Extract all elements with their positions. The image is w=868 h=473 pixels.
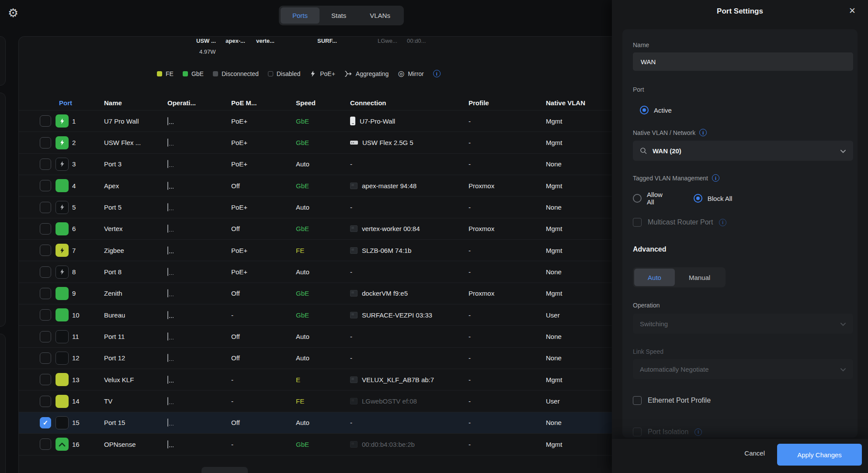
row-select-checkbox[interactable]: ✓ (40, 417, 51, 428)
table-row[interactable]: 1U7 Pro WallPoE+GbEU7-Pro-Wall-Mgmt (19, 110, 621, 132)
operation-switching-icon (167, 440, 168, 449)
table-row[interactable]: 13Velux KLF-EVELUX_KLF_AB7B ab:7-Mgmt (19, 369, 621, 390)
table-row[interactable]: 2USW Flex ...PoE+GbEUSW Flex 2.5G 5-Mgmt (19, 132, 621, 153)
table-row[interactable]: 7ZigbeePoE+FESLZB-06M 74:1b-Mgmt (19, 240, 621, 261)
ethernet-port-profile-checkbox[interactable]: Ethernet Port Profile (633, 396, 711, 405)
chevron-down-icon (840, 320, 846, 328)
port-speed: Auto (296, 204, 347, 211)
legend-swatch-icon (157, 71, 162, 76)
link-speed-select[interactable]: Automatically Negotiate (633, 359, 853, 379)
row-select-checkbox[interactable] (40, 288, 51, 299)
legend-disconnected: Disconnected (213, 70, 259, 77)
port-number: 14 (72, 397, 101, 405)
legend-aggregating: Aggregating (344, 70, 389, 77)
table-row[interactable]: 16OPNsense-GbE00:d0:b4:03:be:2b-Mgmt (19, 434, 621, 455)
column-header-operation[interactable]: Operati... (167, 99, 228, 107)
port-status-icon (56, 352, 69, 365)
legend-swatch-icon (213, 71, 218, 76)
info-icon[interactable]: i (694, 428, 702, 436)
table-row[interactable]: 12Port 12OffAuto--None (19, 348, 621, 369)
port-number: 4 (72, 182, 101, 190)
row-select-checkbox[interactable] (40, 202, 51, 213)
client-device-icon (350, 290, 358, 297)
info-icon[interactable]: i (719, 219, 726, 226)
row-select-checkbox[interactable] (40, 180, 51, 191)
table-row[interactable]: 8Port 8PoE+Auto--None (19, 261, 621, 283)
port-number: 12 (72, 354, 101, 362)
connection-client: apex-master 94:48 (362, 182, 417, 190)
native-vlan-select[interactable]: WAN (20) (633, 141, 853, 161)
port-name: Vertex (104, 225, 164, 232)
port-map-device-label: verte... (256, 38, 274, 44)
settings-gear-icon[interactable]: ⚙ (8, 6, 18, 20)
table-row[interactable]: ✓15Port 15OffAuto--None (19, 412, 621, 434)
table-row[interactable]: 4ApexOffGbEapex-master 94:48ProxmoxMgmt (19, 175, 621, 197)
poe-mode: PoE+ (231, 117, 292, 125)
access-point-icon (350, 117, 355, 125)
cancel-button[interactable]: Cancel (744, 449, 765, 457)
row-select-checkbox[interactable] (40, 331, 51, 342)
port-status-icon (56, 330, 69, 343)
port-name: Port 3 (104, 160, 164, 168)
port-number: 9 (72, 290, 101, 297)
column-header-poe-mode[interactable]: PoE M... (231, 99, 292, 107)
legend-gbe: GbE (183, 70, 204, 77)
table-row[interactable]: 6VertexOffGbEvertex-worker 00:84ProxmoxM… (19, 218, 621, 240)
row-select-checkbox[interactable] (40, 159, 51, 170)
tagged-vlan-radio-allow-all[interactable]: Allow All (633, 191, 670, 206)
port-settings-panel: Port Settings ✕ Name WAN Port ActiveDisa… (612, 0, 868, 473)
chevron-down-icon (840, 366, 846, 373)
name-input[interactable]: WAN (633, 52, 853, 71)
table-row[interactable]: 10Bureau-GbESURFACE-VEZPI 03:33-User (19, 304, 621, 326)
column-header-native-vlan[interactable]: Native VLAN (546, 99, 611, 107)
row-select-checkbox[interactable] (40, 115, 51, 127)
info-icon[interactable]: i (712, 174, 719, 182)
row-select-checkbox[interactable] (40, 266, 51, 278)
port-speed: GbE (296, 225, 347, 232)
operation-switching-icon (167, 138, 168, 147)
column-header-connection[interactable]: Connection (350, 99, 465, 107)
row-select-checkbox[interactable] (40, 137, 51, 148)
client-device-icon (350, 247, 358, 254)
row-select-checkbox[interactable] (40, 438, 51, 450)
apply-changes-button[interactable]: Apply Changes (777, 444, 862, 466)
row-select-checkbox[interactable] (40, 309, 51, 321)
port-status-icon (56, 266, 69, 279)
row-select-checkbox[interactable] (40, 223, 51, 235)
port-isolation-checkbox[interactable]: Port Isolation i (633, 428, 702, 436)
tagged-vlan-radio-block-all[interactable]: Block All (687, 188, 868, 208)
table-row[interactable]: 9ZenithOffGbEdockerVM f9:e5ProxmoxMgmt (19, 283, 621, 304)
close-icon[interactable]: ✕ (849, 6, 856, 16)
column-header-name[interactable]: Name (104, 99, 164, 107)
connection-client: vertex-worker 00:84 (362, 225, 420, 232)
row-select-checkbox[interactable] (40, 352, 51, 364)
advanced-mode-manual[interactable]: Manual (675, 269, 724, 286)
tab-stats[interactable]: Stats (319, 7, 358, 24)
table-row[interactable]: 5Port 5PoE+Auto--None (19, 197, 621, 218)
info-icon[interactable]: i (433, 70, 441, 77)
table-scroll-stub[interactable] (201, 467, 248, 473)
table-row[interactable]: 14TV-FELGwebOSTV ef:08-User (19, 390, 621, 412)
tab-ports[interactable]: Ports (281, 7, 319, 24)
operation-switching-icon (167, 182, 168, 190)
advanced-mode-auto[interactable]: Auto (634, 269, 675, 286)
mirror-icon: ◎ (398, 70, 404, 77)
row-select-checkbox[interactable] (40, 245, 51, 256)
column-header-speed[interactable]: Speed (296, 99, 347, 107)
column-header-profile[interactable]: Profile (469, 99, 542, 107)
port-state-radio-active[interactable]: Active (633, 100, 853, 120)
tab-vlans[interactable]: VLANs (358, 7, 402, 24)
port-settings-form: Name WAN Port ActiveDisabledRestricted N… (622, 29, 858, 438)
row-select-checkbox[interactable] (40, 374, 51, 385)
table-row[interactable]: 3Port 3PoE+Auto--None (19, 154, 621, 175)
operation-select[interactable]: Switching (633, 314, 853, 334)
column-header-port[interactable]: Port (40, 99, 101, 107)
radio-dot-icon (694, 194, 702, 203)
port-speed: GbE (296, 182, 347, 190)
info-icon[interactable]: i (699, 129, 707, 136)
row-select-checkbox[interactable] (40, 396, 51, 407)
multicast-router-port-checkbox[interactable]: Multicast Router Port i (633, 218, 726, 227)
port-profile: - (469, 441, 542, 448)
port-profile: - (469, 376, 542, 383)
table-row[interactable]: 11Port 11OffAuto--None (19, 326, 621, 347)
